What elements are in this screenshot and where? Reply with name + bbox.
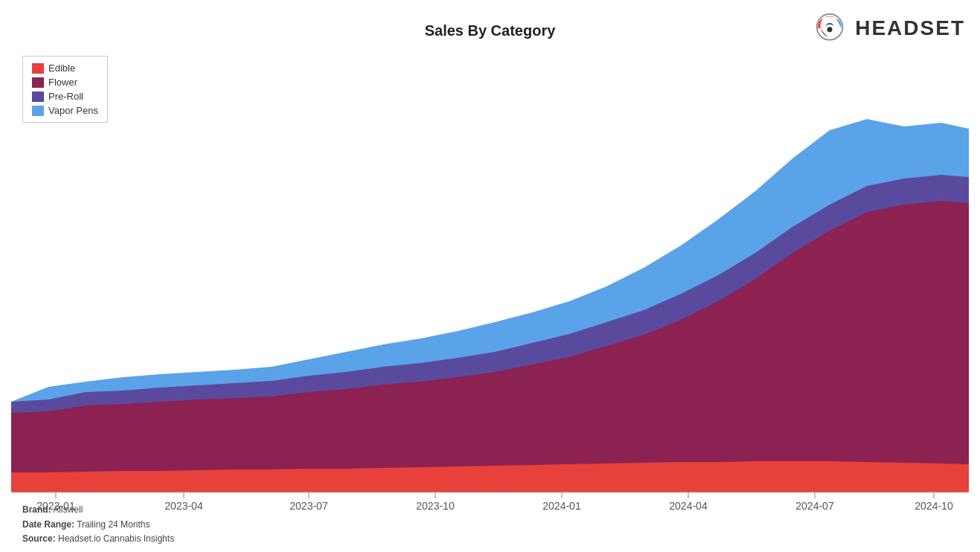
footer-source-label: Source: — [22, 533, 56, 544]
footer-date-range-label: Date Range: — [22, 519, 74, 530]
legend-label-flower: Flower — [48, 77, 77, 88]
footer-brand: Brand: Allswell — [22, 503, 174, 517]
footer-date-range: Date Range: Trailing 24 Months — [22, 518, 174, 532]
legend-item-edible: Edible — [32, 62, 98, 74]
chart-area: 2023-01 2023-04 2023-07 2023-10 2024-01 … — [11, 48, 969, 492]
footer-brand-label: Brand: — [22, 504, 51, 515]
xaxis-label-2023-10: 2023-10 — [416, 500, 455, 512]
legend-swatch-preroll — [32, 92, 44, 102]
footer-date-range-value: Trailing 24 Months — [77, 519, 150, 530]
xaxis-label-2023-07: 2023-07 — [289, 500, 328, 512]
legend-swatch-vaporpens — [32, 106, 44, 116]
legend-item-flower: Flower — [32, 77, 98, 88]
xaxis-label-2024-04: 2024-04 — [669, 500, 708, 512]
xaxis-label-2024-01: 2024-01 — [542, 500, 581, 512]
footer-brand-value: Allswell — [53, 504, 83, 515]
legend-label-vaporpens: Vapor Pens — [48, 105, 98, 116]
chart-svg: 2023-01 2023-04 2023-07 2023-10 2024-01 … — [11, 48, 969, 492]
legend-item-preroll: Pre-Roll — [32, 91, 98, 102]
legend-label-edible: Edible — [48, 62, 75, 74]
xaxis-label-2024-10: 2024-10 — [915, 500, 953, 512]
legend-swatch-flower — [32, 77, 44, 88]
xaxis-label-2024-07: 2024-07 — [795, 500, 834, 512]
footer-source: Source: Headset.io Cannabis Insights — [22, 532, 174, 546]
page-wrapper: HEADSET Sales By Category Edible Flower … — [0, 0, 980, 552]
chart-legend: Edible Flower Pre-Roll Vapor Pens — [22, 56, 108, 123]
chart-title: Sales By Category — [0, 22, 980, 39]
legend-swatch-edible — [32, 63, 44, 74]
footer-source-value: Headset.io Cannabis Insights — [58, 533, 174, 544]
legend-item-vaporpens: Vapor Pens — [32, 105, 98, 116]
legend-label-preroll: Pre-Roll — [48, 91, 83, 102]
footer-info: Brand: Allswell Date Range: Trailing 24 … — [22, 503, 174, 546]
